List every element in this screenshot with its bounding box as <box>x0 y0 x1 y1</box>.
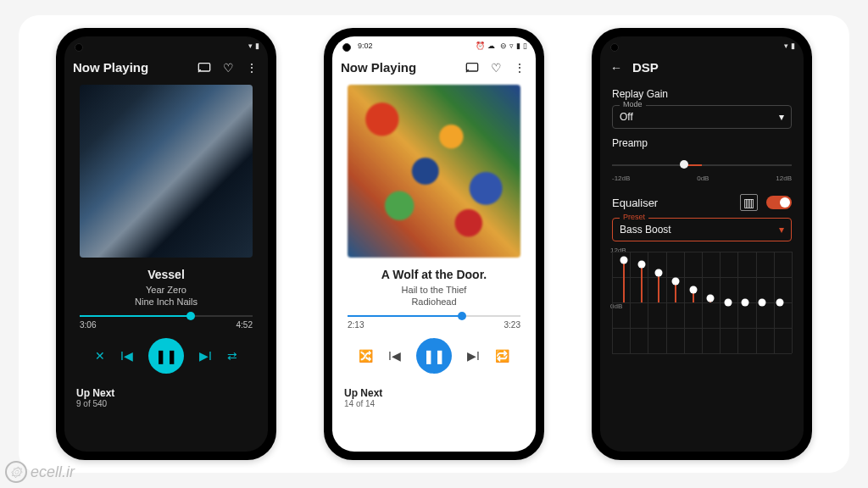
artist-name: Radiohead <box>341 297 527 307</box>
album-name: Hail to the Thief <box>341 285 527 295</box>
dnd-icon: ⊖ <box>500 42 507 50</box>
header-title: Now Playing <box>73 60 188 75</box>
total-time: 4:52 <box>236 320 253 330</box>
cast-icon[interactable] <box>465 62 480 74</box>
phone-light-now-playing: 9:02 ⏰☁⊖▿▮▯ Now Playing ♡ ⋮ A Wolf at th… <box>324 28 544 460</box>
status-bar: ▾▮ <box>600 36 804 55</box>
phone-dsp-settings: ▾▮ ← DSP Replay Gain Mode Off▾ Preamp <box>592 28 812 460</box>
app-header: ← DSP <box>600 55 804 80</box>
up-next[interactable]: Up Next 14 of 14 <box>332 382 536 413</box>
eq-graph-icon[interactable]: ▥ <box>740 194 758 211</box>
battery-icon: ▯ <box>523 42 527 50</box>
equaliser-label: Equaliser <box>612 197 732 209</box>
track-name: Vessel <box>73 268 259 281</box>
album-art[interactable] <box>80 85 253 258</box>
signal-icon: ▮ <box>516 42 520 50</box>
total-time: 3:23 <box>504 320 520 330</box>
mode-dropdown[interactable]: Mode Off▾ <box>612 105 792 129</box>
preset-dropdown[interactable]: Preset Bass Boost▾ <box>612 218 792 241</box>
progress-bar[interactable] <box>80 315 253 317</box>
progress-bar[interactable] <box>348 315 520 317</box>
prev-icon[interactable]: I◀ <box>388 349 401 363</box>
repeat-icon[interactable]: 🔁 <box>495 349 509 363</box>
preamp-label: Preamp <box>612 137 792 149</box>
next-icon[interactable]: ▶I <box>467 349 480 363</box>
phone-dark-now-playing: ▾▮ Now Playing ♡ ⋮ Vessel Year Zero Nine… <box>56 28 276 460</box>
equaliser-toggle[interactable] <box>766 196 792 209</box>
elapsed-time: 2:13 <box>348 320 364 330</box>
shuffle-icon[interactable]: 🔀 <box>359 349 373 363</box>
next-icon[interactable]: ▶I <box>199 349 212 363</box>
pause-button[interactable]: ❚❚ <box>416 338 452 374</box>
camera-hole <box>75 43 83 52</box>
up-next-label: Up Next <box>344 387 524 399</box>
album-art[interactable] <box>348 85 520 258</box>
status-bar: ▾▮ <box>64 36 268 55</box>
track-info: A Wolf at the Door. Hail to the Thief Ra… <box>332 263 536 308</box>
up-next-count: 14 of 14 <box>344 399 524 408</box>
cast-icon[interactable] <box>197 62 212 74</box>
favorite-icon[interactable]: ♡ <box>220 61 236 75</box>
up-next-count: 9 of 540 <box>76 399 256 408</box>
chevron-down-icon: ▾ <box>779 224 784 236</box>
app-header: Now Playing ♡ ⋮ <box>64 55 268 80</box>
up-next-label: Up Next <box>76 387 256 399</box>
more-icon[interactable]: ⋮ <box>244 61 259 75</box>
up-next[interactable]: Up Next 9 of 540 <box>64 382 268 413</box>
repeat-icon[interactable]: ⇄ <box>227 349 237 363</box>
watermark: ۞ ecell.ir <box>5 461 75 483</box>
replay-gain-label: Replay Gain <box>612 88 792 100</box>
prev-icon[interactable]: I◀ <box>120 349 133 363</box>
cloud-icon: ☁ <box>487 42 495 50</box>
artist-name: Nine Inch Nails <box>73 297 259 307</box>
album-name: Year Zero <box>73 285 259 295</box>
eq-graph[interactable]: 12dB 0dB <box>612 252 792 353</box>
status-time: 9:02 <box>358 42 373 50</box>
wifi-icon: ▿ <box>509 42 514 50</box>
camera-hole <box>610 43 619 52</box>
app-header: Now Playing ♡ ⋮ <box>332 55 536 80</box>
favorite-icon[interactable]: ♡ <box>488 61 504 75</box>
chevron-down-icon: ▾ <box>779 111 784 123</box>
watermark-logo-icon: ۞ <box>5 461 27 483</box>
back-icon[interactable]: ← <box>609 61 624 75</box>
pause-button[interactable]: ❚❚ <box>148 338 184 374</box>
status-bar: 9:02 ⏰☁⊖▿▮▯ <box>332 36 536 55</box>
alarm-icon: ⏰ <box>476 42 485 50</box>
header-title: Now Playing <box>341 60 456 75</box>
header-title: DSP <box>632 60 795 75</box>
shuffle-icon[interactable]: ✕ <box>95 349 105 363</box>
camera-hole <box>342 43 351 52</box>
track-name: A Wolf at the Door. <box>341 268 527 281</box>
preamp-slider[interactable] <box>612 156 792 173</box>
elapsed-time: 3:06 <box>80 320 96 330</box>
track-info: Vessel Year Zero Nine Inch Nails <box>64 263 268 308</box>
more-icon[interactable]: ⋮ <box>512 61 527 75</box>
